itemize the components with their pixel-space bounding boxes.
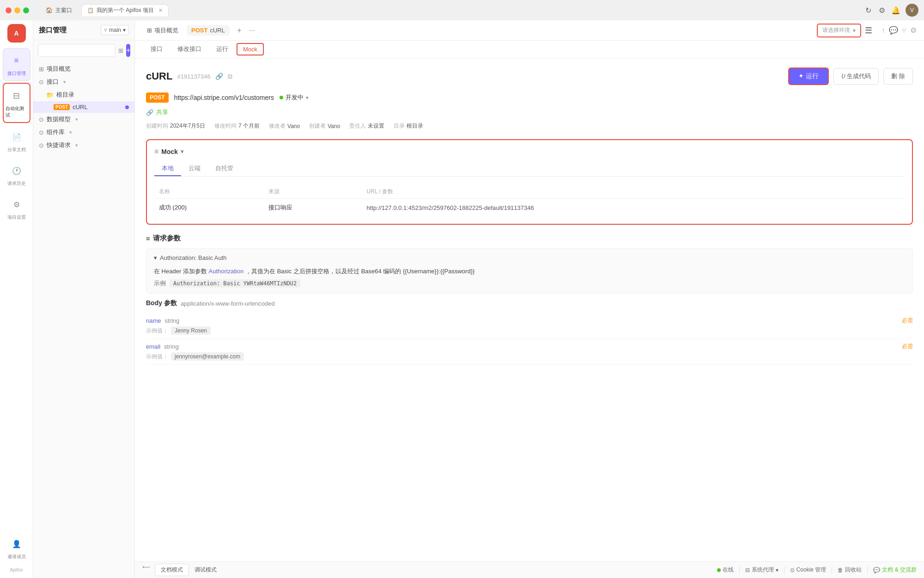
sidebar-item-auto-test[interactable]: ⊟ 自动化测试 <box>3 83 30 123</box>
delete-button[interactable]: 删 除 <box>883 68 913 85</box>
home-icon: 🏠 <box>46 7 53 13</box>
tab-run[interactable]: 运行 <box>210 42 235 57</box>
settings-icon[interactable]: ⚙ <box>910 26 917 35</box>
meta-modifier-label: 修改者 <box>269 122 286 130</box>
nav-title: 接口管理 <box>39 26 67 35</box>
meta-directory-value: 根目录 <box>407 122 423 130</box>
tree-item-project-overview-label: 项目概览 <box>47 65 71 73</box>
nav-tree: ⊞ 项目概览 ⊙ 接口 ▾ 📁 根目录 POST cURL ⊙ <box>33 61 134 578</box>
proxy-icon: ⊟ <box>745 567 750 573</box>
tree-item-data-models[interactable]: ⊙ 数据模型 ▾ <box>33 113 134 126</box>
toolbar-project-overview-tab[interactable]: ⊞ 项目概览 <box>142 25 183 37</box>
link-icon[interactable]: 🔗 <box>215 73 223 80</box>
body-params: Body 参数 application/x-www-form-urlencode… <box>146 299 913 365</box>
online-dot <box>717 568 721 572</box>
mock-tab-self-hosted[interactable]: 自托管 <box>208 161 241 176</box>
online-button[interactable]: 在线 <box>717 566 734 574</box>
gen-code-button[interactable]: ⟨/ 生成代码 <box>833 68 879 85</box>
project-overview-tab-icon: ⊞ <box>147 27 152 34</box>
project-tab-icon: 📋 <box>87 7 94 13</box>
close-button[interactable] <box>6 7 12 13</box>
run-button[interactable]: ✦ 运行 <box>788 68 829 85</box>
meta-modifier-value: Vano <box>287 123 300 129</box>
toolbar-post-curl-tab[interactable]: POST cURL <box>187 25 230 36</box>
refresh-icon[interactable]: ↻ <box>864 6 872 14</box>
meta-create-time-label: 创建时间 <box>146 122 168 130</box>
branch-selector[interactable]: ⑂ main ▾ <box>101 25 129 35</box>
tab-modify-interface[interactable]: 修改接口 <box>171 42 208 57</box>
cookie-button[interactable]: ⊙ Cookie 管理 <box>790 566 827 574</box>
tree-item-component-library[interactable]: ⊙ 组件库 ▾ <box>33 126 134 139</box>
mock-section-chevron-icon[interactable]: ▾ <box>181 148 183 155</box>
api-id: #191137346 <box>177 73 210 80</box>
tree-item-root-dir[interactable]: 📁 根目录 <box>33 88 134 101</box>
online-label: 在线 <box>723 566 734 574</box>
settings-icon[interactable]: ⚙ <box>878 6 886 14</box>
tree-item-interfaces[interactable]: ⊙ 接口 ▾ <box>33 75 134 88</box>
tree-item-quick-request[interactable]: ⊙ 快捷请求 ▾ <box>33 139 134 152</box>
titlebar: 🏠 主窗口 📋 我的第一个 Apifox 项目 ✕ ↻ ⚙ 🔔 V <box>0 0 924 20</box>
sidebar-item-share-docs[interactable]: 📄 分享文档 <box>3 125 30 157</box>
more-tabs-button[interactable]: ··· <box>249 26 255 35</box>
trash-button[interactable]: 🗑 回收站 <box>838 566 862 574</box>
copy-icon[interactable]: ⧉ <box>228 73 232 80</box>
sidebar-item-api-management[interactable]: ≡ 接口管理 <box>3 48 30 81</box>
mock-section-title: Mock <box>161 148 178 155</box>
active-indicator <box>125 105 129 109</box>
project-tab-close[interactable]: ✕ <box>158 7 163 13</box>
sidebar-item-project-settings[interactable]: ⚙ 项目设置 <box>3 192 30 224</box>
tree-item-component-library-label: 组件库 <box>47 128 65 136</box>
add-tab-button[interactable]: + <box>233 25 245 37</box>
status-text: 开发中 <box>286 93 304 102</box>
auth-header[interactable]: ▾ Authorization: Basic Auth <box>154 254 905 261</box>
main-container: A ≡ 接口管理 ⊟ 自动化测试 📄 分享文档 🕐 请求历史 ⚙ 项目设置 👤 … <box>0 20 924 578</box>
tree-item-post-curl[interactable]: POST cURL <box>33 101 134 113</box>
home-tab[interactable]: 🏠 主窗口 <box>40 5 78 16</box>
mock-tab-local-label: 本地 <box>162 165 174 172</box>
auth-key-link[interactable]: Authorization <box>209 268 244 275</box>
share-icon[interactable]: ↑ <box>881 26 885 35</box>
add-item-button[interactable]: + <box>126 44 130 57</box>
doc-mode-tab[interactable]: 文档模式 <box>155 564 189 576</box>
tab-mock[interactable]: Mock <box>237 43 264 55</box>
tab-interface[interactable]: 接口 <box>144 42 169 57</box>
sidebar-item-request-history[interactable]: 🕐 请求历史 <box>3 159 30 191</box>
proxy-button[interactable]: ⊟ 系统代理 ▾ <box>745 566 778 574</box>
param-required-name: 必需 <box>902 317 913 325</box>
meta-modifier: 修改者 Vano <box>269 122 300 130</box>
env-selector[interactable]: 请选择环境 ▾ <box>817 24 861 37</box>
post-curl-tab-label: cURL <box>210 27 225 34</box>
status-badge: 开发中 ▾ <box>280 93 309 102</box>
mock-tab-cloud[interactable]: 云端 <box>181 161 208 176</box>
sidebar-item-invite-members[interactable]: 👤 邀请成员 <box>3 532 30 564</box>
avatar[interactable]: V <box>906 4 918 17</box>
bell-icon[interactable]: 🔔 <box>892 6 900 14</box>
filter-button[interactable]: ⊞ <box>118 44 123 57</box>
community-button[interactable]: 💬 文档 & 交流群 <box>873 566 917 574</box>
param-name-row-email: email string 必需 <box>146 343 913 350</box>
branch-icon[interactable]: ⑂ <box>902 26 906 35</box>
share-row[interactable]: 🔗 共享 <box>146 108 913 117</box>
logo-text: A <box>14 30 18 37</box>
api-title: cURL <box>146 70 172 82</box>
project-settings-icon: ⚙ <box>8 196 25 213</box>
project-tab[interactable]: 📋 我的第一个 Apifox 项目 ✕ <box>81 4 169 16</box>
chat-icon[interactable]: 💬 <box>889 26 898 35</box>
params-title-icon: ≡ <box>146 234 150 242</box>
search-input[interactable] <box>38 44 116 57</box>
mock-tab-local[interactable]: 本地 <box>154 161 181 176</box>
project-settings-label: 项目设置 <box>7 214 26 221</box>
param-name-name: name <box>146 317 161 324</box>
mock-url-value[interactable]: http://127.0.0.1:4523/m2/2597602-1882225… <box>367 204 534 211</box>
hamburger-menu-icon[interactable]: ☰ <box>865 25 872 36</box>
tree-item-project-overview[interactable]: ⊞ 项目概览 <box>33 62 134 75</box>
maximize-button[interactable] <box>23 7 29 13</box>
auth-header-text: Authorization: Basic Auth <box>160 254 227 261</box>
back-icon[interactable]: ⟵ <box>142 564 150 576</box>
component-library-icon: ⊙ <box>39 129 44 136</box>
status-chevron-icon[interactable]: ▾ <box>306 95 309 101</box>
minimize-button[interactable] <box>14 7 20 13</box>
invite-members-label: 邀请成员 <box>7 553 26 560</box>
debug-mode-tab[interactable]: 调试模式 <box>189 564 222 576</box>
quick-request-chevron-icon: ▾ <box>75 142 78 148</box>
